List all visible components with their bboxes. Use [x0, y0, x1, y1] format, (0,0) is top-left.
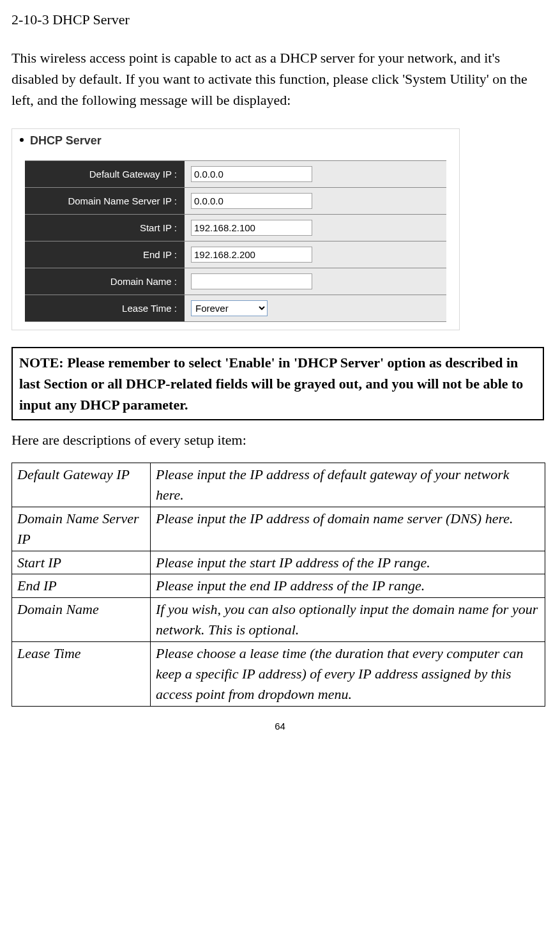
item-name: Default Gateway IP [12, 463, 151, 507]
table-row: Start IP Please input the start IP addre… [12, 551, 545, 574]
field-end-ip [185, 241, 446, 268]
table-row: Domain Name Server IP Please input the I… [12, 507, 545, 551]
dns-input[interactable] [191, 193, 312, 209]
setup-items-table: Default Gateway IP Please input the IP a… [11, 463, 545, 707]
default-gateway-input[interactable] [191, 166, 312, 182]
item-desc: Please input the end IP address of the I… [151, 574, 545, 598]
lease-time-select[interactable]: Forever [191, 300, 268, 316]
row-lease-time: Lease Time : Forever [25, 295, 446, 322]
table-row: Domain Name If you wish, you can also op… [12, 598, 545, 642]
row-start-ip: Start IP : [25, 214, 446, 241]
section-title: 2-10-3 DHCP Server [11, 11, 549, 28]
form-area: Default Gateway IP : Domain Name Server … [12, 151, 459, 326]
field-start-ip [185, 215, 446, 241]
page-number: 64 [11, 721, 549, 732]
label-default-gateway: Default Gateway IP : [25, 161, 185, 187]
item-desc: Please input the IP address of default g… [151, 463, 545, 507]
field-dns [185, 188, 446, 214]
table-row: Lease Time Please choose a lease time (t… [12, 642, 545, 707]
label-dns: Domain Name Server IP : [25, 188, 185, 214]
item-desc: Please input the IP address of domain na… [151, 507, 545, 551]
label-end-ip: End IP : [25, 241, 185, 268]
table-row: Default Gateway IP Please input the IP a… [12, 463, 545, 507]
dhcp-server-panel: DHCP Server Default Gateway IP : Domain … [11, 128, 460, 330]
panel-heading-text: DHCP Server [30, 134, 102, 147]
item-name: Domain Name [12, 598, 151, 642]
label-start-ip: Start IP : [25, 215, 185, 241]
row-end-ip: End IP : [25, 241, 446, 268]
item-desc: Please input the start IP address of the… [151, 551, 545, 574]
item-desc: Please choose a lease time (the duration… [151, 642, 545, 707]
panel-heading: DHCP Server [12, 129, 459, 151]
item-name: Lease Time [12, 642, 151, 707]
row-dns: Domain Name Server IP : [25, 187, 446, 214]
item-desc: If you wish, you can also optionally inp… [151, 598, 545, 642]
field-lease-time: Forever [185, 295, 446, 321]
domain-name-input[interactable] [191, 273, 312, 289]
item-name: End IP [12, 574, 151, 598]
row-default-gateway: Default Gateway IP : [25, 160, 446, 187]
start-ip-input[interactable] [191, 220, 312, 236]
item-name: Domain Name Server IP [12, 507, 151, 551]
item-name: Start IP [12, 551, 151, 574]
field-default-gateway [185, 161, 446, 187]
label-lease-time: Lease Time : [25, 295, 185, 321]
field-domain-name [185, 268, 446, 295]
descriptions-intro: Here are descriptions of every setup ite… [11, 432, 549, 448]
label-domain-name: Domain Name : [25, 268, 185, 295]
note-box: NOTE: Please remember to select 'Enable'… [11, 347, 544, 420]
end-ip-input[interactable] [191, 247, 312, 263]
table-row: End IP Please input the end IP address o… [12, 574, 545, 598]
intro-paragraph: This wireless access point is capable to… [11, 47, 549, 111]
row-domain-name: Domain Name : [25, 268, 446, 295]
bullet-icon [20, 138, 24, 142]
